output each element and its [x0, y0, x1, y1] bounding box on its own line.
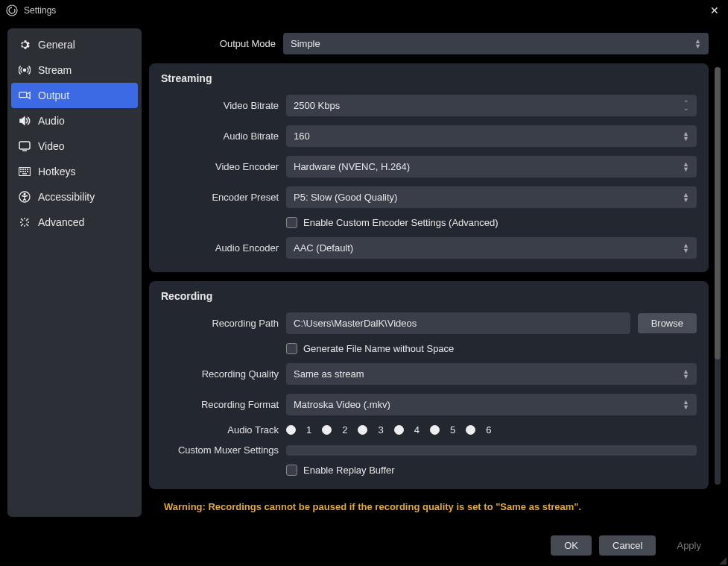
- updown-icon: ▲▼: [683, 243, 689, 254]
- svg-point-12: [23, 172, 24, 172]
- recording-quality-label: Recording Quality: [161, 368, 279, 380]
- svg-point-0: [7, 5, 17, 16]
- streaming-title: Streaming: [161, 72, 697, 84]
- audio-track-radio-1[interactable]: [286, 425, 296, 435]
- gear-icon: [19, 39, 31, 51]
- recording-format-label: Recording Format: [161, 399, 279, 410]
- sidebar-item-label: Advanced: [38, 216, 84, 228]
- sidebar-item-advanced[interactable]: Advanced: [11, 210, 138, 235]
- audio-track-radio-3[interactable]: [358, 425, 367, 435]
- recording-quality-select[interactable]: Same as stream ▲▼: [286, 363, 697, 385]
- sidebar-item-label: Video: [38, 140, 65, 152]
- cancel-button[interactable]: Cancel: [599, 535, 656, 556]
- audio-track-label: Audio Track: [161, 424, 279, 435]
- video-bitrate-input[interactable]: 2500 Kbps ⌃⌄: [286, 95, 697, 116]
- warning-text: Warning: Recordings cannot be paused if …: [149, 501, 709, 512]
- resize-grip[interactable]: [718, 556, 727, 565]
- keyboard-icon: [19, 166, 31, 177]
- enable-custom-encoder-checkbox[interactable]: [286, 217, 297, 228]
- output-mode-label: Output Mode: [149, 38, 276, 49]
- sidebar-item-video[interactable]: Video: [11, 133, 138, 159]
- browse-button[interactable]: Browse: [638, 313, 697, 333]
- updown-icon: ▲▼: [683, 131, 689, 142]
- sidebar: General Stream Output Audio Video Hotkey…: [7, 28, 142, 517]
- recording-section: Recording Recording Path C:\Users\Master…: [149, 281, 709, 489]
- custom-muxer-label: Custom Muxer Settings: [161, 444, 279, 456]
- sidebar-item-label: Accessibility: [38, 191, 95, 203]
- generate-filename-nospace-checkbox[interactable]: [286, 343, 297, 354]
- close-button[interactable]: ✕: [707, 4, 722, 16]
- updown-icon: ▲▼: [683, 369, 689, 380]
- svg-point-8: [23, 169, 24, 170]
- enable-replay-buffer-checkbox[interactable]: [286, 465, 297, 476]
- footer: OK Cancel Apply: [0, 524, 728, 566]
- output-icon: [19, 89, 31, 101]
- apply-button[interactable]: Apply: [663, 535, 715, 556]
- enable-replay-buffer-label: Enable Replay Buffer: [303, 465, 395, 476]
- audio-track-radio-5[interactable]: [430, 425, 440, 435]
- svg-rect-2: [19, 92, 27, 98]
- audio-encoder-label: Audio Encoder: [161, 242, 279, 254]
- window-title: Settings: [24, 5, 56, 16]
- recording-title: Recording: [161, 290, 697, 302]
- encoder-preset-label: Encoder Preset: [161, 192, 279, 203]
- svg-point-13: [25, 172, 26, 172]
- sidebar-item-label: General: [38, 39, 75, 51]
- enable-custom-encoder-label: Enable Custom Encoder Settings (Advanced…: [303, 217, 498, 228]
- audio-encoder-select[interactable]: AAC (Default) ▲▼: [286, 237, 697, 259]
- titlebar: Settings ✕: [0, 0, 728, 21]
- encoder-preset-select[interactable]: P5: Slow (Good Quality) ▲▼: [286, 186, 697, 208]
- sidebar-item-output[interactable]: Output: [11, 83, 138, 108]
- sidebar-item-label: Output: [38, 89, 69, 101]
- sidebar-item-label: Hotkeys: [38, 166, 76, 177]
- updown-icon: ▲▼: [683, 192, 689, 203]
- svg-point-9: [25, 169, 26, 170]
- tools-icon: [19, 216, 31, 228]
- spinner-icon: ⌃⌄: [683, 101, 689, 111]
- sidebar-item-accessibility[interactable]: Accessibility: [11, 184, 138, 210]
- svg-point-14: [28, 172, 28, 172]
- sidebar-item-general[interactable]: General: [11, 32, 138, 57]
- svg-point-11: [21, 172, 22, 172]
- updown-icon: ▲▼: [683, 162, 689, 172]
- svg-rect-3: [19, 142, 30, 149]
- speaker-icon: [19, 115, 31, 127]
- video-encoder-select[interactable]: Hardware (NVENC, H.264) ▲▼: [286, 156, 697, 177]
- recording-format-select[interactable]: Matroska Video (.mkv) ▲▼: [286, 394, 697, 415]
- audio-track-radio-4[interactable]: [394, 425, 404, 435]
- audio-bitrate-select[interactable]: 160 ▲▼: [286, 125, 697, 147]
- recording-path-label: Recording Path: [161, 318, 279, 329]
- updown-icon: ▲▼: [683, 400, 689, 410]
- svg-point-7: [21, 169, 22, 170]
- audio-track-radio-6[interactable]: [466, 425, 475, 435]
- sidebar-item-audio[interactable]: Audio: [11, 108, 138, 133]
- audio-bitrate-label: Audio Bitrate: [161, 131, 279, 142]
- scrollbar[interactable]: [715, 67, 721, 485]
- svg-point-10: [28, 169, 28, 170]
- streaming-section: Streaming Video Bitrate 2500 Kbps ⌃⌄ Aud…: [149, 63, 709, 272]
- sidebar-item-hotkeys[interactable]: Hotkeys: [11, 159, 138, 184]
- video-bitrate-label: Video Bitrate: [161, 100, 279, 111]
- sidebar-item-stream[interactable]: Stream: [11, 57, 138, 83]
- audio-track-radio-2[interactable]: [322, 425, 332, 435]
- svg-point-17: [24, 194, 25, 195]
- accessibility-icon: [19, 191, 31, 203]
- ok-button[interactable]: OK: [551, 535, 592, 556]
- sidebar-item-label: Audio: [38, 115, 65, 127]
- recording-path-input[interactable]: C:\Users\MasterDalK\Videos: [286, 312, 630, 334]
- main-panel: Output Mode Simple ▲▼ Streaming Video Bi…: [149, 28, 721, 517]
- updown-icon: ▲▼: [694, 39, 701, 49]
- obs-logo-icon: [6, 4, 18, 16]
- generate-filename-nospace-label: Generate File Name without Space: [303, 343, 454, 354]
- video-encoder-label: Video Encoder: [161, 161, 279, 172]
- audio-track-radios: 1 2 3 4 5 6: [286, 424, 491, 435]
- broadcast-icon: [19, 64, 31, 76]
- monitor-icon: [19, 140, 31, 152]
- output-mode-select[interactable]: Simple ▲▼: [283, 33, 709, 54]
- sidebar-item-label: Stream: [38, 64, 72, 76]
- svg-point-1: [24, 69, 26, 72]
- custom-muxer-input[interactable]: [286, 445, 697, 456]
